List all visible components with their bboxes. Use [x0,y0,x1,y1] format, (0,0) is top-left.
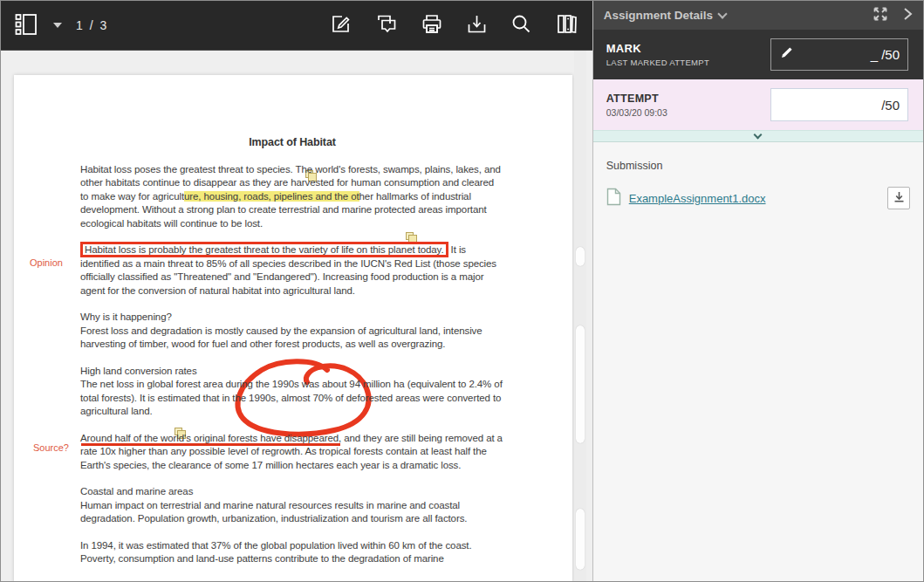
paragraph-text: Forest loss and degradation is mostly ca… [80,325,504,352]
assignment-details-panel: Assignment Details [592,1,923,581]
view-mode-dropdown[interactable] [51,21,64,30]
thumbnails-toggle-button[interactable] [13,10,39,41]
library-icon [555,13,578,38]
submission-file-row: ExampleAssignment1.docx [606,187,910,209]
fullscreen-button[interactable] [873,6,888,24]
document-text: Impact of Habitat Habitat loss poses the… [80,136,504,579]
marking-window: 1 / 3 [0,0,924,582]
paragraph-3: Why is it happening? Forest loss and deg… [80,311,504,352]
red-underline-annotation: Around half of the world's original fore… [80,433,341,443]
document-canvas: Opinion Source? Impact of Habitat Habita… [1,51,592,581]
document-page: Opinion Source? Impact of Habitat Habita… [14,75,572,581]
paragraph-6: Coastal and marine areas Human impact on… [80,485,504,526]
submission-section: Submission ExampleAssignment1.docx [593,142,923,581]
chevron-down-icon[interactable] [717,9,727,18]
attempt-grade-input[interactable]: /50 [770,88,908,121]
yellow-highlight: ure, housing, roads, pipelines and the o… [184,191,359,202]
paragraph-1: Habitat loss poses the greatest threat t… [80,163,504,231]
paragraph-text: The net loss in global forest area durin… [80,378,504,419]
paragraph-5: Around half of the world's original fore… [80,432,504,473]
submission-file-link[interactable]: ExampleAssignment1.docx [629,192,766,205]
paragraph-4: High land conversion rates The net loss … [80,365,504,419]
mark-value: _ /50 [871,47,900,62]
scrollbar-thumb[interactable] [576,325,585,443]
mark-sublabel: LAST MARKED ATTEMPT [606,58,709,67]
attempt-grade-total: /50 [881,98,900,113]
mark-grade-box[interactable]: _ /50 [770,38,908,71]
margin-annotation-source: Source? [33,442,69,453]
content-library-button[interactable] [553,11,580,39]
attempt-date: 03/03/20 09:03 [606,107,667,118]
collapse-panel-button[interactable] [902,6,913,24]
panel-header: Assignment Details [593,1,923,30]
mark-section: MARK LAST MARKED ATTEMPT _ /50 [593,30,923,79]
scrollbar-mark [576,247,585,266]
paragraph-heading: Coastal and marine areas [80,485,504,499]
paragraph-heading: High land conversion rates [80,365,504,379]
search-button[interactable] [509,11,534,39]
file-download-icon [893,191,905,205]
annotate-icon [331,13,352,38]
scrollbar-mark [576,509,585,570]
search-icon [510,13,532,38]
print-icon [421,13,443,38]
margin-annotation-opinion: Opinion [30,257,63,268]
paragraph-heading: Why is it happening? [80,311,504,325]
page-indicator: 1 / 3 [76,18,108,32]
file-download-button[interactable] [887,187,910,209]
panel-title[interactable]: Assignment Details [604,9,713,22]
download-button[interactable] [464,11,489,39]
document-viewer: 1 / 3 [1,1,592,581]
comments-icon [375,13,398,38]
mark-label: MARK [606,42,709,55]
viewer-scrollbar[interactable] [574,51,586,581]
paragraph-7: In 1994, it was estimated that 37% of th… [80,539,504,566]
collapse-grades-strip[interactable] [593,130,923,142]
chevron-right-icon [902,6,913,24]
paragraph-text: In 1994, it was estimated that 37% of th… [80,539,504,566]
comments-button[interactable] [373,11,400,39]
document-title: Impact of Habitat [80,136,504,150]
red-box-annotation: Habitat loss is probably the greatest th… [80,242,448,257]
attempt-label: ATTEMPT [606,92,667,105]
download-icon [466,13,488,38]
chevron-down-icon [754,130,763,139]
paragraph-2: Habitat loss is probably the greatest th… [80,243,504,298]
print-button[interactable] [419,11,445,39]
thumbnails-icon [15,12,38,39]
expand-icon [873,6,888,24]
attempt-section: ATTEMPT 03/03/20 09:03 /50 [593,79,923,130]
pencil-icon [779,45,794,64]
paragraph-text: Human impact on terrestrial and marine n… [80,499,504,526]
submission-label: Submission [606,160,910,172]
caret-down-icon [53,23,62,28]
viewer-toolbar: 1 / 3 [1,1,592,51]
annotate-button[interactable] [329,11,354,39]
file-icon [606,188,621,209]
